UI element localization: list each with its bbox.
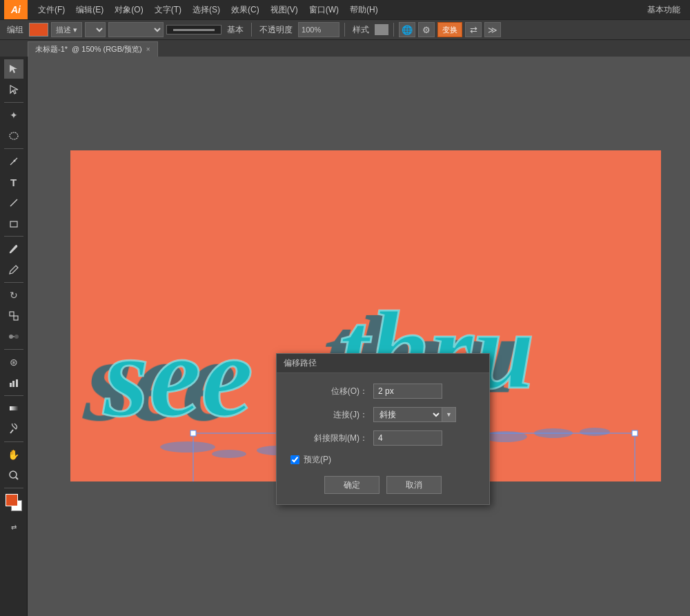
- direct-selection-tool[interactable]: [4, 80, 23, 99]
- tab-bar: 未标题-1* @ 150% (RGB/预览) ×: [0, 40, 690, 57]
- menu-bar: Ai 文件(F) 编辑(E) 对象(O) 文字(T) 选择(S) 效果(C) 视…: [0, 0, 690, 19]
- svg-rect-12: [10, 406, 18, 410]
- tool-sep-3: [4, 236, 23, 237]
- miter-row: 斜接限制(M)：: [290, 430, 475, 446]
- offset-path-dialog[interactable]: 偏移路径 位移(O)： 连接(J)： 斜接 圆形 斜角 ▼: [276, 353, 490, 505]
- preview-checkbox[interactable]: [290, 455, 299, 464]
- svg-rect-3: [10, 221, 17, 227]
- svg-text:see: see: [103, 311, 253, 441]
- color-boxes: [4, 494, 23, 516]
- cancel-button[interactable]: 取消: [386, 476, 442, 494]
- toolbar-globe-icon[interactable]: 🌐: [399, 22, 415, 37]
- menu-effect[interactable]: 效果(C): [226, 3, 264, 17]
- toolbar-transform-btn[interactable]: 变换: [437, 22, 462, 37]
- document-tab[interactable]: 未标题-1* @ 150% (RGB/预览) ×: [28, 41, 158, 57]
- line-tool[interactable]: [4, 193, 23, 212]
- tool-sep-5: [4, 349, 23, 350]
- toolbar-style-label: 样式: [350, 24, 372, 36]
- miter-label: 斜接限制(M)：: [290, 433, 373, 444]
- toolbar-style-select[interactable]: [85, 22, 106, 37]
- menu-edit[interactable]: 编辑(E): [71, 3, 108, 17]
- svg-point-23: [212, 450, 246, 458]
- foreground-color[interactable]: [6, 494, 18, 506]
- svg-rect-9: [10, 383, 12, 387]
- toolbar-fill-color[interactable]: [29, 23, 48, 37]
- svg-point-6: [9, 335, 13, 339]
- pen-tool[interactable]: [4, 152, 23, 171]
- toolbar-more-icon[interactable]: ≫: [484, 22, 501, 37]
- canvas-area: see thru see thru see thru: [28, 57, 690, 616]
- miter-input[interactable]: [373, 430, 442, 446]
- paintbrush-tool[interactable]: [4, 239, 23, 259]
- blend-tool[interactable]: [4, 327, 23, 346]
- tab-close-btn[interactable]: ×: [146, 46, 150, 53]
- svg-line-13: [10, 430, 13, 433]
- scale-tool[interactable]: [4, 306, 23, 326]
- svg-point-22: [160, 441, 215, 453]
- svg-rect-10: [12, 381, 14, 387]
- toolbar-mode-label: 编组: [4, 24, 26, 36]
- svg-rect-32: [190, 430, 196, 436]
- toolbar-divider-2: [344, 23, 345, 37]
- toolbar-opacity-input[interactable]: [298, 22, 339, 37]
- join-select-wrapper: 斜接 圆形 斜角 ▼: [373, 407, 456, 422]
- type-tool[interactable]: T: [4, 172, 23, 192]
- menu-object[interactable]: 对象(O): [110, 3, 148, 17]
- pencil-tool[interactable]: [4, 260, 23, 279]
- gradient-tool[interactable]: [4, 399, 23, 418]
- svg-point-14: [10, 471, 17, 478]
- offset-dialog-title: 偏移路径: [277, 354, 489, 373]
- toolbar-style-color[interactable]: [375, 24, 388, 35]
- swap-colors-btn[interactable]: ⇄: [4, 517, 23, 537]
- menu-window[interactable]: 窗口(W): [304, 3, 344, 17]
- offset-label: 位移(O)：: [290, 386, 373, 397]
- svg-line-15: [16, 477, 18, 479]
- svg-rect-34: [632, 430, 638, 436]
- toolbar-settings-icon[interactable]: ⚙: [418, 22, 435, 37]
- workspace-label: 基本功能: [647, 4, 686, 16]
- magic-wand-tool[interactable]: ✦: [4, 106, 23, 125]
- toolbar: 编组 描述 ▾ 基本 不透明度 样式 🌐 ⚙ 变换 ⇄ ≫: [0, 19, 690, 40]
- menu-view[interactable]: 视图(V): [266, 3, 303, 17]
- svg-point-30: [580, 428, 610, 436]
- menu-select[interactable]: 选择(S): [188, 3, 225, 17]
- ok-button[interactable]: 确定: [324, 476, 379, 494]
- join-label: 连接(J)：: [290, 409, 373, 421]
- symbol-sprayer-tool[interactable]: ⊛: [4, 352, 23, 372]
- svg-point-0: [10, 132, 18, 139]
- offset-input[interactable]: [373, 384, 442, 399]
- toolbar-divider-1: [251, 23, 252, 37]
- tab-info: @ 150% (RGB/预览): [72, 44, 142, 54]
- rectangle-tool[interactable]: [4, 214, 23, 233]
- rotate-tool[interactable]: ↻: [4, 286, 23, 305]
- tab-title: 未标题-1*: [35, 44, 68, 54]
- graph-tool[interactable]: [4, 373, 23, 393]
- offset-dialog-body: 位移(O)： 连接(J)： 斜接 圆形 斜角 ▼ 斜接限制(M: [277, 373, 489, 504]
- preview-row: 预览(P): [290, 454, 475, 466]
- toolbar-option-select[interactable]: [108, 22, 164, 37]
- toolbar-opacity-label: 不透明度: [257, 24, 295, 36]
- offset-row: 位移(O)：: [290, 384, 475, 399]
- toolbar-desc-btn[interactable]: 描述 ▾: [51, 22, 82, 37]
- hand-tool[interactable]: ✋: [4, 445, 23, 464]
- lasso-tool[interactable]: [4, 126, 23, 146]
- menu-file[interactable]: 文件(F): [33, 3, 70, 17]
- left-toolbar: ✦ T ↻ ⊛: [0, 57, 28, 616]
- tool-sep-6: [4, 395, 23, 396]
- join-row: 连接(J)： 斜接 圆形 斜角 ▼: [290, 407, 475, 422]
- toolbar-stroke-label: 基本: [224, 24, 246, 36]
- toolbar-arrange-icon[interactable]: ⇄: [465, 22, 482, 37]
- menu-type[interactable]: 文字(T): [150, 3, 186, 17]
- dialog-btn-row: 确定 取消: [290, 476, 475, 494]
- join-select-arrow: ▼: [442, 407, 456, 422]
- eyedropper-tool[interactable]: [4, 419, 23, 439]
- svg-point-1: [13, 160, 15, 162]
- svg-point-7: [14, 335, 19, 339]
- preview-label: 预览(P): [304, 454, 331, 466]
- menu-help[interactable]: 帮助(H): [345, 3, 383, 17]
- selection-tool[interactable]: [4, 59, 23, 79]
- svg-rect-5: [14, 316, 18, 320]
- tool-sep-8: [4, 488, 23, 488]
- zoom-tool[interactable]: [4, 466, 23, 485]
- join-select[interactable]: 斜接 圆形 斜角: [373, 407, 442, 422]
